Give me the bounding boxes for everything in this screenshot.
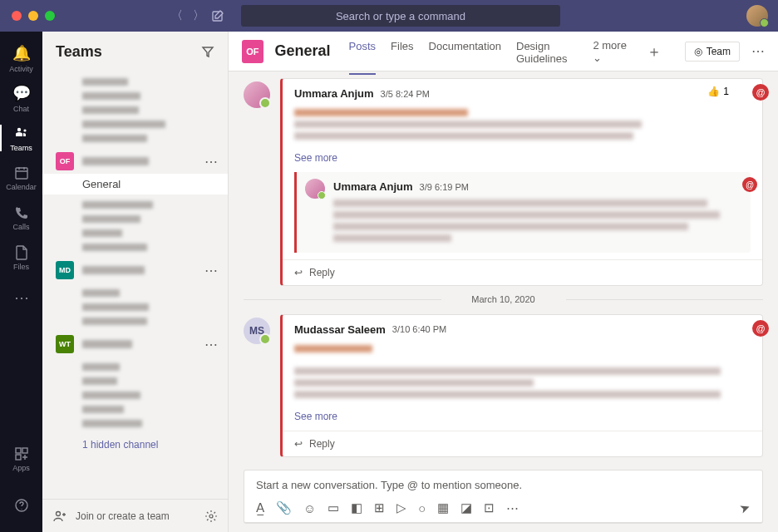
svg-rect-6 (16, 455, 21, 460)
channel-blur[interactable] (82, 377, 117, 385)
avatar[interactable]: MS (244, 318, 270, 344)
stream-icon[interactable]: ▷ (396, 500, 406, 515)
avatar[interactable] (244, 81, 270, 108)
team-block: MD ⋯ (42, 258, 228, 325)
minimize-button[interactable] (28, 11, 38, 21)
svg-point-9 (209, 515, 213, 518)
org-icon: ◎ (694, 46, 702, 57)
rail-files[interactable]: Files (0, 238, 42, 278)
message-card[interactable]: @ Mudassar Saleem 3/10 6:40 PM See more (280, 314, 763, 457)
mention-badge: @ (742, 177, 757, 192)
sticker-icon[interactable]: ◧ (351, 500, 362, 515)
more-apps-icon[interactable]: ⋯ (506, 500, 519, 515)
team-block: WT ⋯ 1 hidden channel (42, 332, 228, 456)
hidden-channels-link[interactable]: 1 hidden channel (42, 434, 228, 456)
channel-more-icon[interactable]: ⋯ (751, 43, 765, 59)
channel-blur[interactable] (82, 318, 147, 325)
rail-calendar[interactable]: Calendar (0, 158, 42, 198)
team-more-icon[interactable]: ⋯ (204, 154, 218, 170)
more-icon: ⋯ (14, 288, 29, 307)
app-icon[interactable]: ▦ (437, 500, 449, 515)
channel-header: OF General Posts Files Documentation Des… (229, 32, 778, 71)
nav-forward-icon[interactable]: 〉 (193, 8, 204, 23)
message: MS @ Mudassar Saleem 3/10 6:40 PM See (244, 314, 763, 457)
team-header[interactable]: OF ⋯ (42, 149, 228, 174)
channel-blur[interactable] (82, 406, 124, 413)
more-tabs[interactable]: 2 more ⌄ (593, 39, 634, 64)
praise-icon[interactable]: ○ (418, 501, 426, 515)
format-icon[interactable]: A̲ (256, 500, 264, 515)
channel-blur[interactable] (82, 303, 149, 311)
rail-teams[interactable]: Teams (0, 118, 42, 158)
gif-icon[interactable]: ▭ (327, 500, 339, 515)
app3-icon[interactable]: ⊡ (484, 500, 495, 515)
channel-blur[interactable] (82, 201, 153, 209)
tab-posts[interactable]: Posts (349, 28, 377, 75)
teams-icon (13, 125, 30, 141)
composer: Start a new conversation. Type @ to ment… (229, 463, 778, 532)
channel-blur[interactable] (82, 363, 120, 371)
rail-calls[interactable]: Calls (0, 198, 42, 238)
search-placeholder: Search or type a command (336, 10, 465, 22)
reaction[interactable]: 👍 1 (707, 86, 729, 97)
rail-help[interactable] (0, 485, 42, 525)
team-more-icon[interactable]: ⋯ (204, 263, 218, 278)
team-header[interactable]: MD ⋯ (42, 258, 228, 283)
search-input[interactable]: Search or type a command (241, 5, 560, 27)
join-create-team[interactable]: Join or create a team (42, 499, 228, 532)
rail-apps[interactable]: Apps (0, 439, 42, 479)
team-name (82, 266, 145, 274)
nested-reply[interactable]: Ummara Anjum 3/9 6:19 PM @ (294, 172, 751, 253)
team-header[interactable]: WT ⋯ (42, 332, 228, 357)
reply-button[interactable]: ↩ Reply (283, 431, 762, 456)
meet-icon[interactable]: ⊞ (374, 500, 385, 515)
reply-icon: ↩ (294, 267, 303, 278)
compose-box[interactable]: Start a new conversation. Type @ to ment… (244, 470, 763, 524)
team-more-icon[interactable]: ⋯ (204, 337, 218, 352)
date-separator: March 10, 2020 (244, 294, 763, 304)
maximize-button[interactable] (45, 11, 55, 21)
channel-blur (82, 78, 128, 86)
rail-activity[interactable]: 🔔 Activity (0, 38, 42, 78)
new-message-icon[interactable] (211, 9, 224, 22)
channel-blur[interactable] (82, 244, 147, 251)
channel-blur (82, 121, 165, 128)
profile-avatar[interactable] (746, 5, 768, 27)
add-tab-icon[interactable]: ＋ (647, 42, 662, 62)
attach-icon[interactable]: 📎 (276, 500, 292, 515)
tab-design-guidelines[interactable]: Design Guidelines (516, 28, 581, 75)
see-more-link[interactable]: See more (283, 152, 762, 172)
see-more-link[interactable]: See more (283, 411, 762, 431)
team-badge: MD (56, 261, 74, 279)
rail-more[interactable]: ⋯ (0, 278, 42, 318)
channel-blur[interactable] (82, 420, 142, 427)
channel-blur[interactable] (82, 392, 140, 399)
filter-icon[interactable] (201, 45, 214, 58)
window-controls (12, 11, 55, 21)
titlebar: 〈 〉 Search or type a command (0, 0, 778, 32)
team-name (82, 157, 149, 165)
phone-icon (14, 205, 29, 220)
channel-blur[interactable] (82, 215, 140, 223)
gear-icon[interactable] (204, 510, 218, 523)
rail-chat[interactable]: 💬 Chat (0, 78, 42, 118)
close-button[interactable] (12, 11, 22, 21)
emoji-icon[interactable]: ☺ (303, 501, 316, 515)
team-button[interactable]: ◎ Team (685, 42, 740, 62)
channel-general[interactable]: General (42, 174, 228, 195)
nav-back-icon[interactable]: 〈 (171, 8, 183, 23)
send-icon[interactable]: ➤ (737, 499, 752, 516)
tab-files[interactable]: Files (391, 28, 413, 75)
channel-badge: OF (242, 40, 263, 63)
reply-button[interactable]: ↩ Reply (283, 259, 762, 285)
message-author: Ummara Anjum (294, 87, 374, 100)
channel-blur[interactable] (82, 289, 120, 297)
app2-icon[interactable]: ◪ (460, 500, 472, 515)
thumbs-up-icon: 👍 (707, 86, 720, 97)
message-body (283, 339, 762, 411)
tab-documentation[interactable]: Documentation (429, 28, 501, 75)
compose-input[interactable]: Start a new conversation. Type @ to ment… (244, 470, 762, 500)
message-card[interactable]: 👍 1 @ Ummara Anjum 3/5 8:24 PM See more (280, 78, 763, 286)
channel-blur[interactable] (82, 229, 122, 237)
team-badge: OF (56, 152, 74, 170)
